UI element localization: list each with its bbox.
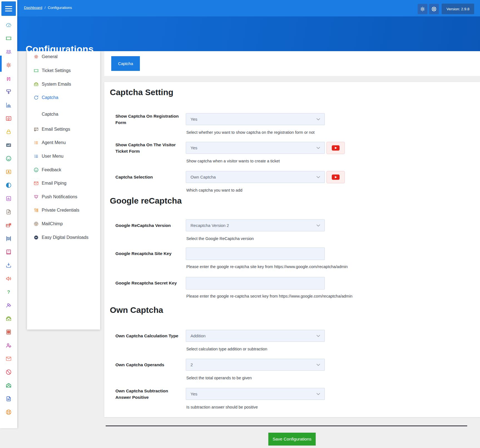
sidebar-item-blocklist[interactable] [5,369,12,375]
menu-item-label: User Menu [42,154,63,159]
sidebar-item-agents[interactable] [5,169,12,175]
downloads-icon [5,262,12,269]
edd-icon [33,235,39,240]
sidebar-item-analytics[interactable] [5,195,12,202]
section-heading: Own Captcha [110,304,163,316]
sidebar-item-theme[interactable] [5,182,12,189]
analytics-icon [5,195,12,202]
sidebar-item-export[interactable] [5,222,12,229]
sidebar-item-workflows[interactable] [5,235,12,242]
sidebar-item-user-tags[interactable] [5,342,12,349]
youtube-icon [331,144,340,152]
menu-item-label: MailChimp [42,221,63,226]
sidebar-item-email[interactable] [5,355,12,362]
form-row-own-captcha-subtraction-answer-positive: Own Captcha Subtraction Answer PositiveY… [104,388,480,416]
sidebar-item-support-agent[interactable] [5,302,12,309]
reports-icon [5,102,12,108]
save-configurations-button[interactable]: Save Configurations [268,432,316,446]
menu-item-easy-digital-downloads[interactable]: Easy Digital Downloads [27,233,100,242]
sidebar-item-support[interactable] [5,409,12,415]
gear-icon [33,54,39,60]
chevron-down-icon [316,175,321,179]
google-recaptcha-secret-key-input[interactable] [186,277,325,289]
show-captcha-on-registration-form-select[interactable]: Yes [186,113,325,125]
sidebar-item-invoices[interactable] [5,329,12,335]
youtube-help-button[interactable] [326,142,345,154]
own-captcha-subtraction-answer-positive-select[interactable]: Yes [186,388,325,400]
help-text: Show captcha when a visitor wants to cre… [186,159,414,164]
sidebar-item-announcements[interactable] [5,275,12,282]
menu-item-captcha[interactable]: Captcha [27,93,100,102]
field-label: Show Captcha On Registration Form [115,113,181,125]
sidebar-item-feedback[interactable] [5,155,12,162]
menu-item-label: Agent Menu [42,140,66,145]
menu-item-user-menu[interactable]: User Menu [27,152,100,161]
top-actions: Version: 2.9.8 [418,4,474,14]
sidebar-item-customers[interactable] [5,48,12,55]
sidebar-item-reports[interactable] [5,102,12,108]
google-recaptcha-version-select[interactable]: Recaptcha Version 2 [186,219,325,231]
smiley-icon [33,167,39,173]
menu-item-system-emails[interactable]: System Emails [27,80,100,89]
support-icon [5,409,12,415]
menu-toggle-button[interactable] [1,1,16,16]
customers-icon [5,48,12,55]
menu-item-mailchimp[interactable]: MailChimp [27,220,100,229]
form-row-own-captcha-operands: Own Captcha Operands2Select the total op… [104,359,480,387]
form-row-google-recaptcha-version: Google ReCaptcha VersionRecaptcha Versio… [104,219,480,247]
menu-item-captcha-sub[interactable]: Captcha [27,110,100,119]
youtube-help-button[interactable] [326,171,345,183]
sidebar-item-appearance[interactable] [5,88,12,95]
captcha-settings-panel: Captcha SettingShow Captcha On Registrat… [104,82,480,417]
tab-captcha[interactable]: Captcha [111,56,140,71]
sidebar-item-shortcodes[interactable]: [/] [5,75,12,82]
settings-button[interactable] [418,4,427,14]
sidebar-item-help[interactable]: ? [5,289,12,295]
menu-item-private-credentials[interactable]: Private Credentials [27,206,100,215]
breadcrumb-dashboard-link[interactable]: Dashboard [24,6,42,10]
sidebar-item-system-emails[interactable] [5,315,12,322]
sidebar-item-knowledgebase[interactable] [5,249,12,255]
menu-item-label: Captcha [42,112,58,117]
show-captcha-on-the-visitor-ticket-form-select[interactable]: Yes [186,142,325,154]
help-text: Which captcha you want to add [186,188,414,193]
help-text: Select the total operands to be given [186,375,414,380]
system-emails-icon [5,315,12,322]
list-icon [33,154,39,159]
menu-item-email-piping[interactable]: Email Piping [27,179,100,188]
own-captcha-operands-select[interactable]: 2 [186,359,325,371]
menu-item-push-notifications[interactable]: Push Notifications [27,193,100,202]
import-icon [5,209,12,215]
menu-item-ticket-settings[interactable]: Ticket Settings [27,66,100,75]
sidebar-item-word-export[interactable]: W [5,395,12,402]
sidebar-item-settings[interactable] [5,62,12,68]
sidebar-item-security[interactable] [5,128,12,135]
help-text: Select the Google ReCaptcha version [186,236,414,241]
sidebar-item-downloads[interactable] [5,262,12,269]
sidebar-item-email-notifications[interactable]: @ [5,115,12,122]
ads-icon: ad [5,142,12,148]
page-header: Configurations [17,16,480,51]
menu-item-feedback[interactable]: Feedback [27,166,100,175]
own-captcha-calculation-type-select[interactable]: Addition [186,330,325,342]
help-button[interactable] [429,4,439,14]
user-tags-icon [5,342,12,349]
sidebar-item-import[interactable] [5,209,12,215]
hamburger-icon [5,6,12,7]
menu-item-agent-menu[interactable]: Agent Menu [27,138,100,147]
mailchimp-icon [33,221,39,227]
support-agent-icon [5,302,12,309]
form-row-show-captcha-on-the-visitor-ticket-form: Show Captcha On The Visitor Ticket FormY… [104,142,480,170]
list-icon [33,140,39,145]
form-row-google-recaptcha-secret-key: Google Recaptcha Secret KeyPlease enter … [104,277,480,305]
captcha-selection-select[interactable]: Own Captcha [186,171,325,183]
sidebar-item-dashboard[interactable] [5,22,12,28]
knowledgebase-icon [5,249,12,255]
svg-text:W: W [8,398,10,401]
sidebar-item-email-cc[interactable]: cc [5,382,12,389]
menu-item-email-settings[interactable]: Email Settings [27,125,100,134]
sidebar-item-ads[interactable]: ad [5,142,12,148]
sidebar-item-tickets[interactable] [5,35,12,42]
google-recaptcha-site-key-input[interactable] [186,247,325,260]
menu-item-general[interactable]: General [27,53,100,61]
